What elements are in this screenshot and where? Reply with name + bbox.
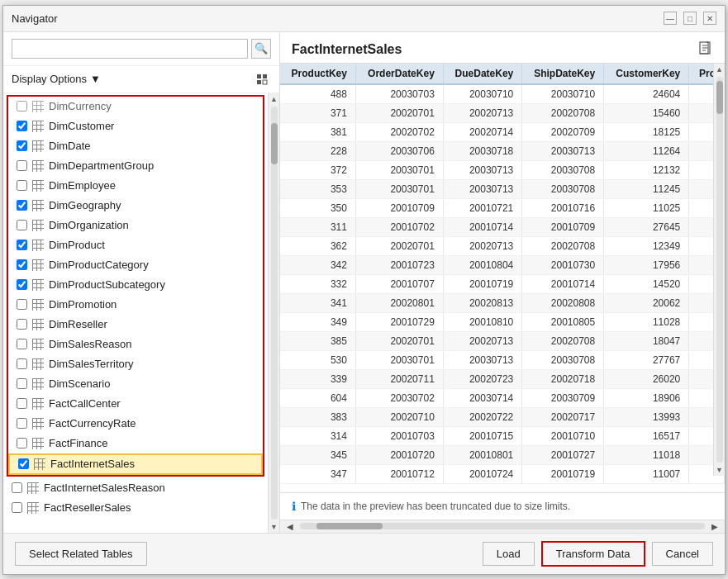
table-cell: 20010703 xyxy=(355,426,443,445)
table-checkbox[interactable] xyxy=(17,438,27,448)
list-item[interactable]: DimScenario xyxy=(8,374,263,394)
table-label: DimScenario xyxy=(49,377,110,390)
transform-data-button[interactable]: Transform Data xyxy=(541,541,645,567)
scroll-up-arrow[interactable]: ▲ xyxy=(269,93,280,105)
search-button[interactable]: 🔍 xyxy=(251,39,271,59)
table-row: 38120020702200207142002070918125 xyxy=(280,122,725,141)
list-item[interactable]: DimSalesReason xyxy=(8,335,263,354)
table-row: 37120020701200207132002070815460 xyxy=(280,103,725,122)
table-checkbox[interactable] xyxy=(17,180,27,191)
table-list-area: DimCurrency DimCustomer DimDate xyxy=(3,93,279,533)
table-cell: 339 xyxy=(280,369,355,388)
table-cell: 20020711 xyxy=(355,369,443,388)
table-checkbox[interactable] xyxy=(17,418,27,429)
table-checkbox[interactable] xyxy=(17,220,27,230)
minimize-button[interactable]: — xyxy=(664,12,677,25)
table-row: 35020010709200107212001071611025 xyxy=(280,198,725,217)
table-cell: 20020718 xyxy=(522,369,604,388)
table-checkbox[interactable] xyxy=(17,279,27,290)
list-item[interactable]: FactCurrencyRate xyxy=(8,414,263,434)
scroll-down-btn[interactable]: ▼ xyxy=(714,464,725,476)
table-cell: 20030710 xyxy=(443,84,521,104)
table-checkbox[interactable] xyxy=(17,299,27,310)
list-vertical-scrollbar[interactable]: ▲ ▼ xyxy=(268,93,279,533)
table-cell: 20010714 xyxy=(522,274,604,293)
list-item[interactable]: FactFinance xyxy=(8,434,263,453)
list-item[interactable]: DimDepartmentGroup xyxy=(8,156,263,176)
list-item-factinternetsales[interactable]: FactInternetSales xyxy=(8,453,263,475)
table-checkbox[interactable] xyxy=(17,200,27,211)
table-cell: 20010730 xyxy=(522,255,604,274)
table-checkbox[interactable] xyxy=(17,160,27,171)
table-checkbox[interactable] xyxy=(17,358,27,369)
export-icon[interactable] xyxy=(698,40,713,59)
table-checkbox[interactable] xyxy=(17,259,27,270)
table-grid-icon xyxy=(31,338,45,351)
list-item[interactable]: FactInternetSalesReason xyxy=(3,478,268,498)
table-cell: 20010719 xyxy=(443,274,521,293)
table-cell: 20010702 xyxy=(355,217,443,236)
scroll-up-btn[interactable]: ▲ xyxy=(714,64,725,75)
list-item[interactable]: FactResellerSales xyxy=(3,498,268,518)
table-label: DimReseller xyxy=(49,318,107,330)
col-header-customerkey: CustomerKey xyxy=(604,64,689,84)
list-item[interactable]: DimCustomer xyxy=(8,116,263,136)
table-checkbox[interactable] xyxy=(18,458,29,469)
table-checkbox[interactable] xyxy=(12,502,22,513)
table-checkbox[interactable] xyxy=(17,398,27,409)
horizontal-scrollbar[interactable]: ◀ ▶ xyxy=(280,520,725,533)
table-checkbox[interactable] xyxy=(17,378,27,389)
table-label: DimDate xyxy=(49,140,91,152)
table-cell: 20010715 xyxy=(443,426,521,445)
close-button[interactable]: ✕ xyxy=(703,12,716,25)
list-item[interactable]: DimProductSubcategory xyxy=(8,275,263,295)
table-checkbox[interactable] xyxy=(17,240,27,250)
list-item[interactable]: DimSalesTerritory xyxy=(8,354,263,374)
scroll-down-arrow[interactable]: ▼ xyxy=(269,521,280,533)
maximize-button[interactable]: □ xyxy=(683,12,697,25)
list-item[interactable]: DimProductCategory xyxy=(8,255,263,275)
table-cell: 20020701 xyxy=(355,331,443,350)
table-grid-icon xyxy=(31,259,45,272)
table-cell: 20030713 xyxy=(443,350,521,369)
table-checkbox[interactable] xyxy=(12,482,22,493)
table-cell: 26020 xyxy=(604,369,689,388)
table-checkbox[interactable] xyxy=(17,140,27,151)
chevron-down-icon: ▼ xyxy=(90,73,101,85)
svg-rect-3 xyxy=(263,80,267,84)
scroll-h-thumb[interactable] xyxy=(316,523,383,529)
table-cell: 20020710 xyxy=(355,407,443,426)
table-cell: 20020717 xyxy=(522,407,604,426)
list-item[interactable]: DimDate xyxy=(8,136,263,156)
table-grid-icon xyxy=(31,120,45,133)
table-checkbox[interactable] xyxy=(17,319,27,330)
table-checkbox[interactable] xyxy=(17,339,27,349)
list-item[interactable]: DimGeography xyxy=(8,196,263,216)
table-label: DimPromotion xyxy=(49,298,117,311)
list-item[interactable]: DimCurrency xyxy=(8,97,263,116)
cancel-button[interactable]: Cancel xyxy=(652,542,713,566)
list-item[interactable]: DimEmployee xyxy=(8,176,263,196)
list-item[interactable]: DimPromotion xyxy=(8,295,263,315)
list-item[interactable]: DimProduct xyxy=(8,235,263,255)
select-related-button[interactable]: Select Related Tables xyxy=(15,542,147,566)
table-cell: 349 xyxy=(280,312,355,331)
table-checkbox[interactable] xyxy=(17,101,27,112)
load-button[interactable]: Load xyxy=(483,542,535,566)
search-input[interactable] xyxy=(12,39,248,59)
display-options-button[interactable]: Display Options ▼ xyxy=(12,73,101,85)
refresh-icon[interactable] xyxy=(253,70,271,88)
list-item[interactable]: FactCallCenter xyxy=(8,394,263,414)
table-checkbox[interactable] xyxy=(17,121,27,131)
table-row: 36220020701200207132002070812349 xyxy=(280,236,725,255)
list-item[interactable]: DimOrganization xyxy=(8,216,263,235)
window-title: Navigator xyxy=(12,12,58,25)
list-item[interactable]: DimReseller xyxy=(8,315,263,335)
scroll-right-arrow[interactable]: ▶ xyxy=(708,522,721,531)
table-cell: 15460 xyxy=(604,103,689,122)
vertical-scrollbar[interactable]: ▲ ▼ xyxy=(713,64,725,476)
scroll-left-arrow[interactable]: ◀ xyxy=(283,522,297,531)
scroll-thumb[interactable] xyxy=(271,123,278,164)
table-row: 31420010703200107152001071016517 xyxy=(280,426,725,445)
scroll-v-thumb[interactable] xyxy=(716,81,723,114)
